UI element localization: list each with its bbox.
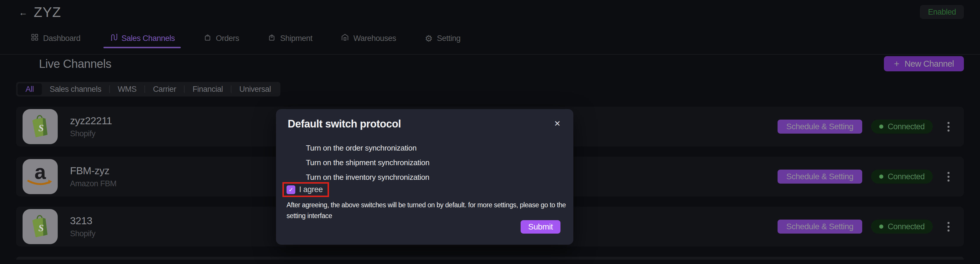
connected-badge: Connected [871,220,933,234]
status-badge: Enabled [920,5,964,19]
gear-icon: ⚙ [425,35,433,43]
channel-name: 3213 [70,215,95,226]
modal-options: Turn on the order synchronization Turn o… [306,144,430,187]
tab-orders[interactable]: Orders [198,29,245,47]
status-label: Connected [888,222,924,231]
tabbar-divider [0,54,980,55]
shipment-bag-icon [268,33,276,43]
tab-dashboard[interactable]: Dashboard [25,29,86,47]
new-channel-button[interactable]: + New Channel [884,56,964,71]
new-channel-label: New Channel [904,59,954,69]
tab-shipment[interactable]: Shipment [262,29,318,47]
plus-icon: + [894,58,899,69]
svg-text:S: S [38,122,44,133]
partial-next-row [16,257,964,259]
filter-carrier[interactable]: Carrier [145,83,184,95]
row-actions: Schedule & Setting Connected [778,169,952,183]
option-shipment-sync: Turn on the shipment synchronization [306,158,430,167]
filter-wms[interactable]: WMS [110,83,145,95]
channel-type-filters: All Sales channels WMS Carrier Financial… [16,82,280,96]
row-actions: Schedule & Setting Connected [778,220,952,234]
kebab-menu-icon[interactable] [945,170,952,183]
tab-setting[interactable]: ⚙ Setting [419,29,466,47]
status-dot-icon [879,174,883,179]
filter-all[interactable]: All [18,83,42,95]
tab-label: Setting [437,34,461,43]
page-title: ZYZ [34,4,61,20]
back-arrow-icon[interactable]: ← [19,8,27,17]
channel-info: FBM-zyz Amazon FBM [70,165,117,188]
channel-platform: Shopify [70,229,95,238]
kebab-menu-icon[interactable] [945,220,952,233]
page-header: ← ZYZ Enabled [0,0,980,29]
amazon-icon: a [22,159,58,194]
modal-note: After agreeing, the above switches will … [286,200,567,221]
channel-info: zyz22211 Shopify [70,115,112,138]
live-channels-page: ← ZYZ Enabled Dashboard Sales Channels O… [0,0,980,264]
channel-info: 3213 Shopify [70,215,95,238]
check-icon: ✓ [289,186,293,193]
default-switch-protocol-modal: Default switch protocol ✕ Turn on the or… [276,109,573,245]
modal-title: Default switch protocol [288,118,401,130]
warehouse-icon [341,33,349,43]
connected-badge: Connected [871,120,933,134]
channel-name: FBM-zyz [70,165,117,177]
section-title: Live Channels [39,57,111,70]
section-header: Live Channels + New Channel [0,56,980,73]
tab-label: Sales Channels [122,34,175,43]
option-inventory-sync: Turn on the inventory synchronization [306,173,430,182]
close-icon[interactable]: ✕ [554,119,560,128]
option-order-sync: Turn on the order synchronization [306,144,430,153]
status-dot-icon [879,224,883,229]
channel-platform: Amazon FBM [70,179,117,188]
tab-warehouses[interactable]: Warehouses [335,29,402,47]
tab-label: Dashboard [43,34,81,43]
filter-financial[interactable]: Financial [185,83,231,95]
agree-checkbox[interactable]: ✓ [286,185,295,194]
shopify-icon: S [22,209,58,244]
channel-platform: Shopify [70,129,112,138]
svg-text:S: S [38,223,44,233]
dashboard-grid-icon [31,33,39,43]
order-bag-icon [204,33,212,43]
tab-label: Warehouses [353,34,396,43]
status-label: Connected [888,122,924,131]
sales-route-icon [109,33,117,43]
schedule-setting-button[interactable]: Schedule & Setting [778,169,862,183]
schedule-setting-button[interactable]: Schedule & Setting [778,220,862,234]
filter-universal[interactable]: Universal [231,83,279,95]
kebab-menu-icon[interactable] [945,120,952,133]
submit-button[interactable]: Submit [520,220,560,234]
tab-label: Shipment [280,34,312,43]
tab-bar: Dashboard Sales Channels Orders Shipment… [25,29,980,47]
shopify-icon: S [22,109,58,144]
row-actions: Schedule & Setting Connected [778,120,952,134]
connected-badge: Connected [871,169,933,183]
agree-label: I agree [299,185,323,194]
status-label: Connected [888,172,924,181]
channel-name: zyz22211 [70,115,112,126]
tab-label: Orders [216,34,239,43]
agree-annotation-box: ✓ I agree [282,182,329,197]
filter-sales-channels[interactable]: Sales channels [42,83,109,95]
tab-sales-channels[interactable]: Sales Channels [103,29,181,47]
status-dot-icon [879,125,883,129]
schedule-setting-button[interactable]: Schedule & Setting [778,120,862,134]
